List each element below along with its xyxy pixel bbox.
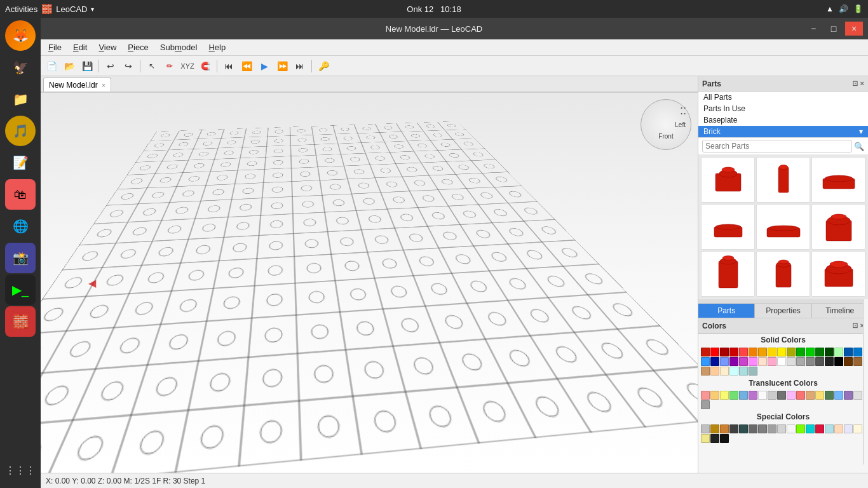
color-swatch[interactable]: [844, 391, 853, 400]
model-tab[interactable]: New Model.ldr ×: [43, 78, 111, 92]
tb-key[interactable]: 🔑: [315, 58, 332, 74]
color-swatch[interactable]: [701, 367, 710, 376]
menu-submodel[interactable]: Submodel: [155, 41, 203, 53]
3d-scene[interactable]: • •• • Front Left: [41, 93, 698, 473]
color-swatch[interactable]: [729, 424, 738, 433]
maximize-button[interactable]: □: [825, 22, 843, 36]
tab-properties[interactable]: Properties: [755, 304, 811, 318]
color-swatch[interactable]: [787, 424, 796, 433]
color-swatch[interactable]: [806, 357, 815, 366]
dock-firefox[interactable]: 🦊: [5, 20, 36, 51]
menu-piece[interactable]: Piece: [123, 41, 154, 53]
activities-button[interactable]: Activities: [5, 4, 37, 14]
color-swatch[interactable]: [701, 434, 710, 443]
color-swatch[interactable]: [806, 348, 815, 356]
color-swatch[interactable]: [720, 424, 729, 433]
color-swatch[interactable]: [701, 391, 710, 400]
colors-panel-float[interactable]: ⊡: [852, 322, 858, 330]
category-all-parts[interactable]: All Parts: [698, 92, 868, 103]
parts-scrollbar[interactable]: [698, 299, 868, 303]
color-swatch[interactable]: [777, 348, 786, 356]
color-swatch[interactable]: [825, 391, 834, 400]
color-swatch[interactable]: [787, 391, 796, 400]
color-swatch[interactable]: [720, 348, 729, 356]
color-swatch[interactable]: [834, 348, 843, 356]
color-swatch[interactable]: [739, 348, 748, 356]
color-swatch[interactable]: [834, 357, 843, 366]
color-swatch[interactable]: [758, 348, 767, 356]
tb-transform[interactable]: XYZ: [179, 58, 196, 74]
category-baseplate[interactable]: Baseplate: [698, 114, 868, 126]
color-swatch[interactable]: [729, 348, 738, 356]
color-swatch[interactable]: [720, 434, 729, 443]
color-swatch[interactable]: [749, 424, 757, 433]
tb-first[interactable]: ⏮: [220, 58, 237, 74]
color-swatch[interactable]: [834, 391, 843, 400]
tb-new[interactable]: 📄: [43, 58, 60, 74]
color-swatch[interactable]: [815, 424, 824, 433]
color-swatch[interactable]: [729, 391, 738, 400]
color-swatch[interactable]: [844, 348, 853, 356]
color-swatch[interactable]: [710, 367, 719, 376]
dock-leocad[interactable]: 🧱: [5, 306, 36, 337]
tb-save[interactable]: 💾: [79, 58, 95, 74]
color-swatch[interactable]: [768, 357, 776, 366]
parts-panel-close[interactable]: ×: [860, 79, 864, 88]
color-swatch[interactable]: [749, 391, 757, 400]
menu-file[interactable]: File: [43, 41, 67, 53]
color-swatch[interactable]: [768, 391, 776, 400]
dock-chrome[interactable]: 🌐: [5, 211, 36, 241]
color-swatch[interactable]: [739, 367, 748, 376]
color-swatch[interactable]: [768, 348, 776, 356]
color-swatch[interactable]: [758, 357, 767, 366]
tb-next[interactable]: ⏩: [274, 58, 290, 74]
color-swatch[interactable]: [777, 391, 786, 400]
color-swatch[interactable]: [787, 357, 796, 366]
color-swatch[interactable]: [796, 348, 805, 356]
color-swatch[interactable]: [844, 357, 853, 366]
color-swatch[interactable]: [758, 391, 767, 400]
tab-timeline[interactable]: Timeline: [812, 304, 868, 318]
part-thumb-3[interactable]: [811, 157, 865, 203]
color-swatch[interactable]: [796, 357, 805, 366]
dock-writer[interactable]: 📝: [5, 147, 36, 178]
part-thumb-7[interactable]: [701, 251, 755, 297]
tb-snap[interactable]: 🧲: [197, 58, 214, 74]
category-brick[interactable]: Brick ▾: [698, 126, 868, 137]
app-menu-name[interactable]: LeoCAD: [56, 4, 87, 14]
color-swatch[interactable]: [701, 400, 710, 409]
tb-prev[interactable]: ⏪: [238, 58, 255, 74]
tb-open[interactable]: 📂: [61, 58, 78, 74]
orientation-widget[interactable]: • •• • Front Left: [641, 99, 691, 150]
color-swatch[interactable]: [701, 424, 710, 433]
parts-panel-float[interactable]: ⊡: [852, 79, 858, 88]
part-thumb-4[interactable]: [701, 204, 755, 250]
color-swatch[interactable]: [720, 357, 729, 366]
color-swatch[interactable]: [853, 391, 862, 400]
color-swatch[interactable]: [806, 424, 815, 433]
tb-play[interactable]: ▶: [256, 58, 273, 74]
color-swatch[interactable]: [720, 367, 729, 376]
tb-pencil[interactable]: ✏: [161, 58, 178, 74]
part-thumb-2[interactable]: [756, 157, 810, 203]
color-swatch[interactable]: [749, 357, 757, 366]
tb-last[interactable]: ⏭: [292, 58, 308, 74]
color-swatch[interactable]: [853, 357, 862, 366]
search-input[interactable]: [702, 140, 852, 152]
color-swatch[interactable]: [710, 348, 719, 356]
tb-redo[interactable]: ↪: [120, 58, 137, 74]
dock-terminal[interactable]: ▶_: [5, 274, 36, 305]
color-swatch[interactable]: [710, 357, 719, 366]
color-swatch[interactable]: [815, 391, 824, 400]
color-swatch[interactable]: [777, 357, 786, 366]
dock-files[interactable]: 📁: [5, 84, 36, 114]
close-button[interactable]: ×: [845, 22, 863, 36]
color-swatch[interactable]: [749, 348, 757, 356]
color-swatch[interactable]: [768, 424, 776, 433]
part-thumb-8[interactable]: [756, 251, 810, 297]
color-swatch[interactable]: [825, 424, 834, 433]
menu-view[interactable]: View: [93, 41, 121, 53]
color-swatch[interactable]: [739, 357, 748, 366]
dock-screenshot[interactable]: 📸: [5, 243, 36, 273]
color-swatch[interactable]: [710, 434, 719, 443]
